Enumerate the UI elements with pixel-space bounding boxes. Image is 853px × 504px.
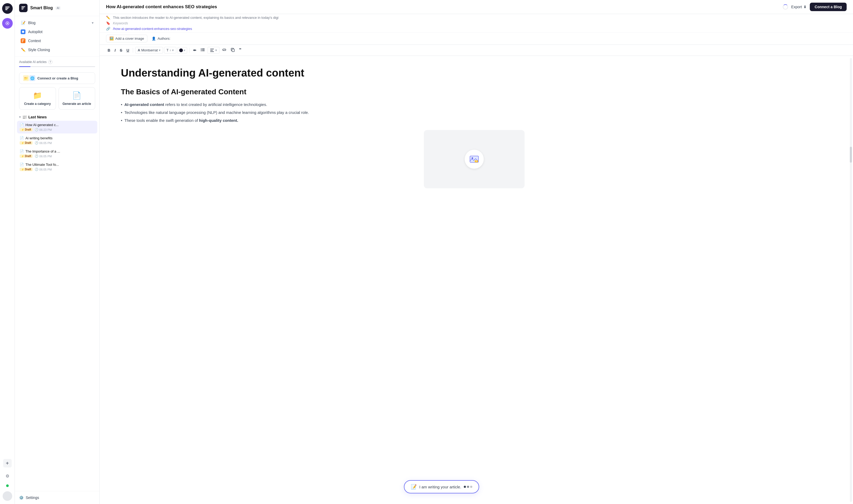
alignment-select[interactable]: ▾ xyxy=(208,47,220,54)
time-badge-0: 🕐 06:23 PM xyxy=(35,128,52,131)
meta-bar: ✏️ This section introduces the reader to… xyxy=(100,14,853,33)
create-category-card[interactable]: 📁 Create a category xyxy=(19,87,56,110)
sidebar: Smart Blog AI 📝 Blog ▾ Autopilot Context… xyxy=(15,0,100,504)
section-chevron-icon: ▾ xyxy=(19,115,21,119)
article-item-0[interactable]: 📄 How AI-generated c... Draft 🕐 06:23 PM xyxy=(17,121,97,133)
color-chevron-icon: ▾ xyxy=(184,49,185,52)
authors-label: Authors: xyxy=(157,37,170,40)
bold-button[interactable]: B xyxy=(106,47,112,54)
font-size-select[interactable]: T ↕ ▾ xyxy=(164,47,176,54)
text-size-icon: T xyxy=(167,48,169,52)
svg-rect-20 xyxy=(210,50,213,51)
copy-button[interactable] xyxy=(229,47,237,54)
bullet-list-button[interactable] xyxy=(199,47,207,54)
avatar[interactable] xyxy=(3,491,12,501)
bullet-text-2a: These tools enable the swift generation … xyxy=(124,118,199,123)
time-badge-1: 🕐 06:05 PM xyxy=(35,141,52,145)
cover-label: Add a cover image xyxy=(115,37,144,40)
underline-button[interactable]: U xyxy=(125,47,131,54)
size-chevron-icon: ▾ xyxy=(172,48,174,52)
authors-button[interactable]: 👤 Authors: xyxy=(152,37,170,40)
sidebar-item-context[interactable]: Context xyxy=(16,36,98,45)
loading-dots xyxy=(464,486,472,488)
svg-rect-5 xyxy=(21,8,24,8)
bullet-item-1: Technologies like natural language proce… xyxy=(121,109,828,116)
export-button[interactable]: Export ⬇ xyxy=(791,5,807,9)
available-label: Available AI articles ? xyxy=(19,60,95,64)
italic-button[interactable]: I xyxy=(113,47,117,54)
time-badge-2: 🕐 06:05 PM xyxy=(35,155,52,158)
sidebar-item-blog[interactable]: 📝 Blog ▾ xyxy=(16,18,98,27)
style-cloning-icon: ✏️ xyxy=(21,48,25,52)
chevron-down-icon: ▾ xyxy=(92,21,93,25)
status-dot xyxy=(6,484,9,487)
strikethrough-button[interactable]: S xyxy=(118,47,124,54)
dot-2 xyxy=(467,486,469,488)
article-title-0: 📄 How AI-generated c... xyxy=(20,123,94,127)
text-color-button[interactable]: ▾ xyxy=(177,47,187,54)
ai-icon[interactable] xyxy=(2,18,13,29)
link-icon: 🔗 xyxy=(106,27,110,31)
blog-icons: 📁 🌐 xyxy=(23,75,35,81)
article-h1: Understanding AI-generated content xyxy=(121,67,828,79)
sidebar-item-label-blog: Blog xyxy=(28,21,36,25)
writing-text: I am writing your article. xyxy=(419,485,461,489)
sidebar-item-label-context: Context xyxy=(28,39,41,43)
news-icon: 📰 xyxy=(22,115,27,119)
article-item-1[interactable]: 📄 Ai writing benefits Draft 🕐 06:05 PM xyxy=(17,134,97,147)
sidebar-item-style-cloning[interactable]: ✏️ Style Cloning xyxy=(16,45,98,54)
svg-rect-21 xyxy=(210,51,214,52)
add-icon[interactable]: + xyxy=(3,459,12,467)
last-news-label: Last News xyxy=(28,115,47,119)
scrollbar-track[interactable] xyxy=(850,58,852,502)
article-item-3[interactable]: 📄 The Ultimate Tool fo... Draft 🕐 06:05 … xyxy=(17,161,97,173)
svg-rect-6 xyxy=(21,9,23,10)
topbar-actions: Export ⬇ Connect a Blog xyxy=(791,3,847,11)
doc-icon-3: 📄 xyxy=(20,163,24,167)
keywords-icon: 🔖 xyxy=(106,21,110,25)
bullet-rest-0: refers to text created by artificial int… xyxy=(164,102,267,107)
settings-icon[interactable]: ⚙ xyxy=(3,472,12,480)
editor-content[interactable]: Understanding AI-generated content The B… xyxy=(100,56,849,504)
svg-rect-14 xyxy=(202,49,205,49)
highlight-button[interactable]: ✏ xyxy=(192,47,198,54)
help-icon[interactable]: ? xyxy=(48,60,52,64)
bullet-item-2: These tools enable the swift generation … xyxy=(121,117,828,124)
keywords-text[interactable]: Keywords xyxy=(113,21,128,25)
svg-rect-19 xyxy=(210,49,214,49)
sidebar-logo xyxy=(19,4,28,12)
sidebar-item-autopilot[interactable]: Autopilot xyxy=(16,27,98,36)
settings-item[interactable]: ⚙️ Settings xyxy=(19,494,95,501)
connect-blog-button[interactable]: 📁 🌐 Connect or create a Blog xyxy=(19,72,95,84)
text-size-arrow: ↕ xyxy=(170,49,171,52)
app-logo-icon[interactable] xyxy=(2,3,13,14)
svg-point-15 xyxy=(201,50,202,50)
bullet-item-0: AI-generated content refers to text crea… xyxy=(121,102,828,108)
article-item-2[interactable]: 📄 The Importance of a ... Draft 🕐 06:05 … xyxy=(17,147,97,160)
connect-blog-topbar-button[interactable]: Connect a Blog xyxy=(810,3,847,11)
svg-rect-11 xyxy=(22,40,23,41)
writing-icon: 📝 xyxy=(411,484,417,490)
svg-rect-16 xyxy=(202,50,205,50)
create-category-icon: 📁 xyxy=(33,91,42,100)
scrollbar-thumb[interactable] xyxy=(850,147,852,163)
link-button[interactable] xyxy=(221,47,228,54)
generate-article-card[interactable]: 📄 Generate an article xyxy=(58,87,95,110)
download-icon: ⬇ xyxy=(803,5,807,9)
context-icon xyxy=(21,38,25,43)
quote-button[interactable]: " xyxy=(238,46,243,54)
description-row: ✏️ This section introduces the reader to… xyxy=(106,16,847,20)
blog-icon-2: 🌐 xyxy=(30,75,35,81)
add-cover-image-button[interactable]: 🖼️ Add a cover image xyxy=(106,35,147,42)
svg-rect-4 xyxy=(21,6,25,7)
time-badge-3: 🕐 06:05 PM xyxy=(35,168,52,171)
settings-icon-sidebar: ⚙️ xyxy=(19,496,23,500)
blog-icon: 📝 xyxy=(21,20,25,25)
font-family-select[interactable]: A Montserrat ▾ xyxy=(135,47,163,54)
article-meta-0: Draft 🕐 06:23 PM xyxy=(20,128,94,131)
image-icon: 🖼️ xyxy=(109,37,114,40)
clock-icon-0: 🕐 xyxy=(35,128,38,131)
align-chevron-icon: ▾ xyxy=(215,48,217,52)
url-text[interactable]: /how-ai-generated-content-enhances-seo-s… xyxy=(113,27,192,31)
blog-icon-1: 📁 xyxy=(23,75,29,81)
